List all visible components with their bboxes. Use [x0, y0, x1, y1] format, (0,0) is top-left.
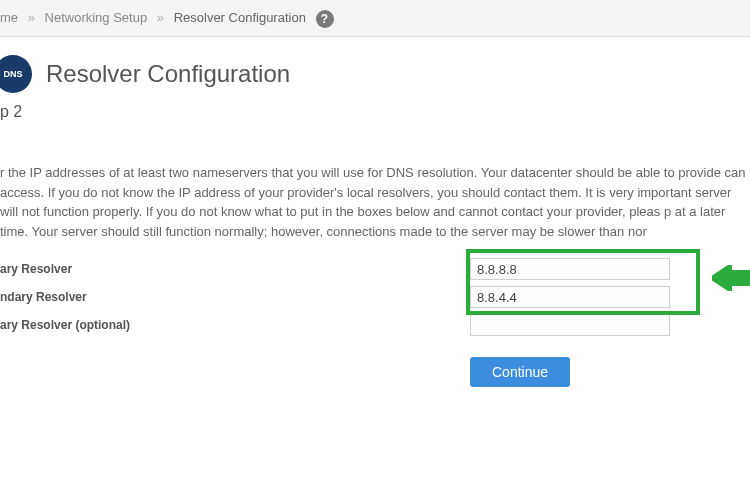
primary-resolver-label: ary Resolver: [0, 262, 470, 276]
page-title: Resolver Configuration: [46, 60, 290, 88]
crumb-sep-icon: »: [157, 10, 164, 25]
help-icon[interactable]: ?: [316, 10, 334, 28]
primary-resolver-input[interactable]: [470, 258, 670, 280]
tertiary-resolver-label: ary Resolver (optional): [0, 318, 470, 332]
dns-logo-icon: DNS: [0, 55, 32, 93]
instructions-text: r the IP addresses of at least two names…: [0, 163, 750, 241]
secondary-resolver-input[interactable]: [470, 286, 670, 308]
step-indicator: p 2: [0, 103, 750, 121]
arrow-left-icon: [712, 265, 750, 291]
tertiary-resolver-input[interactable]: [470, 314, 670, 336]
crumb-home[interactable]: me: [0, 10, 18, 25]
continue-button[interactable]: Continue: [470, 357, 570, 387]
secondary-resolver-label: ndary Resolver: [0, 290, 470, 304]
crumb-current: Resolver Configuration: [174, 10, 306, 25]
crumb-sep-icon: »: [28, 10, 35, 25]
crumb-networking-setup[interactable]: Networking Setup: [45, 10, 148, 25]
breadcrumb: me » Networking Setup » Resolver Configu…: [0, 0, 750, 37]
